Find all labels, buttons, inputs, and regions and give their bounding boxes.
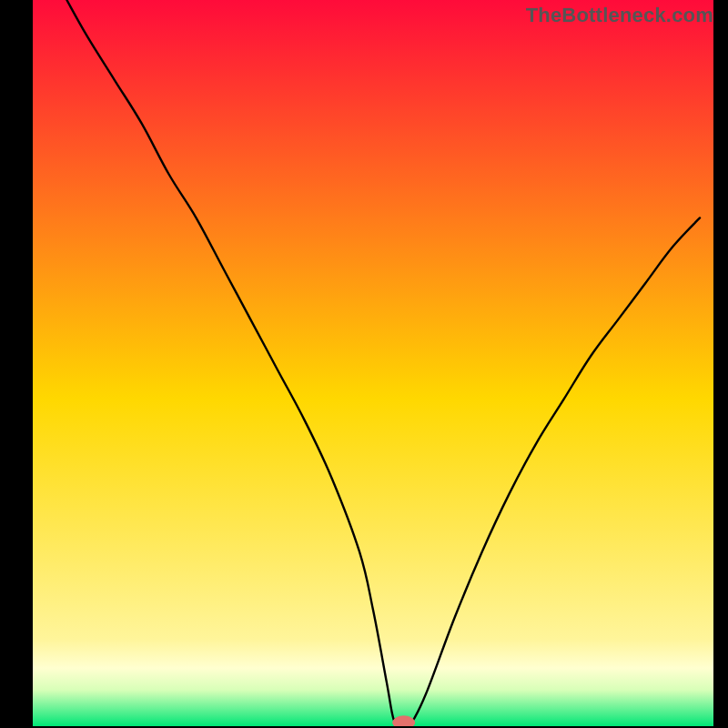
- chart-container: TheBottleneck.com: [0, 0, 728, 728]
- frame-right: [713, 0, 728, 728]
- plot-background: [33, 0, 713, 726]
- bottleneck-chart: [0, 0, 728, 728]
- frame-left: [0, 0, 33, 728]
- watermark-text: TheBottleneck.com: [526, 4, 713, 27]
